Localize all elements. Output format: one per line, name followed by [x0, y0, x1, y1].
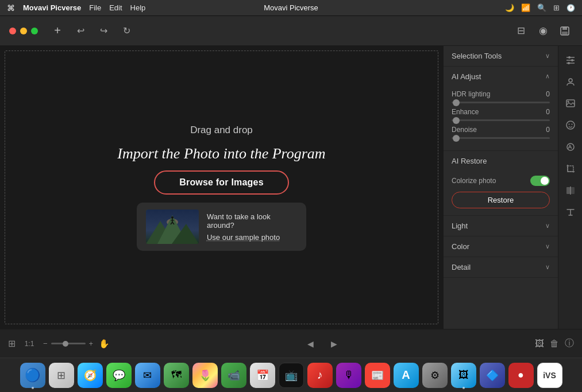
- svg-point-23: [566, 121, 575, 129]
- info-icon[interactable]: ⓘ: [565, 337, 574, 350]
- svg-point-19: [568, 62, 570, 64]
- maximize-button[interactable]: [31, 28, 38, 34]
- browse-button[interactable]: Browse for Images: [154, 170, 289, 195]
- enhance-slider-thumb[interactable]: [453, 117, 460, 124]
- color-header[interactable]: Color ∨: [444, 236, 558, 257]
- detail-section: Detail ∨: [444, 257, 558, 278]
- landscape-icon[interactable]: [561, 94, 580, 112]
- delete-icon[interactable]: 🗑: [550, 339, 559, 349]
- sample-card[interactable]: Want to take a look around? Use our samp…: [137, 203, 306, 251]
- watermark-icon[interactable]: [561, 138, 580, 156]
- dock-screenrecorder[interactable]: ●: [508, 363, 534, 388]
- add-button[interactable]: +: [49, 23, 65, 39]
- redo-button[interactable]: ↪: [95, 23, 111, 39]
- next-button[interactable]: ▶: [326, 337, 342, 351]
- selection-tools-section: Selection Tools ∨: [444, 46, 558, 67]
- canvas-content: Drag and drop Import the Photo into the …: [117, 124, 325, 251]
- title-bar: + ↩ ↪ ↻ ⊟ ◉: [0, 16, 582, 46]
- svg-point-25: [571, 124, 572, 125]
- dock-syspreferences[interactable]: ⚙: [422, 363, 448, 388]
- zoom-slider[interactable]: [51, 343, 86, 344]
- time-icon: 🕐: [566, 4, 575, 12]
- sample-card-line2[interactable]: Use our sample photo: [207, 233, 297, 242]
- refresh-button[interactable]: ↻: [118, 23, 134, 39]
- dock-safari[interactable]: 🧭: [78, 363, 103, 388]
- denoise-label: Denoise: [452, 126, 538, 134]
- minimize-button[interactable]: [20, 28, 27, 34]
- dock-preview[interactable]: 🖼: [451, 363, 476, 388]
- dock-news[interactable]: 📰: [365, 363, 390, 388]
- traffic-lights: [9, 28, 38, 34]
- menu-edit[interactable]: Edit: [109, 3, 122, 12]
- ai-restore-label: AI Restore: [452, 157, 487, 165]
- portrait-icon[interactable]: [561, 72, 580, 91]
- svg-rect-28: [566, 187, 570, 194]
- color-label: Color: [452, 242, 469, 251]
- emoji-icon[interactable]: [561, 116, 580, 134]
- dock-music[interactable]: ♪: [307, 363, 333, 388]
- svg-rect-29: [571, 187, 575, 194]
- bottom-center: ◀ ▶: [303, 337, 342, 351]
- light-chevron: ∨: [545, 222, 550, 230]
- fullscreen-icon[interactable]: ⊞: [8, 338, 16, 349]
- apple-icon[interactable]: ⌘: [7, 3, 15, 13]
- svg-rect-1: [562, 27, 567, 30]
- svg-point-15: [568, 56, 571, 59]
- zoom-in-button[interactable]: +: [89, 339, 94, 348]
- compare-icon[interactable]: [561, 181, 580, 200]
- colorize-label: Colorize photo: [452, 177, 496, 185]
- denoise-slider[interactable]: [452, 137, 550, 139]
- colorize-toggle[interactable]: [530, 176, 550, 186]
- app-name[interactable]: Movavi Picverse: [23, 3, 81, 12]
- split-view-button[interactable]: ⊟: [513, 23, 529, 39]
- crop-icon[interactable]: [561, 160, 580, 178]
- dock-photos[interactable]: 🌷: [192, 363, 218, 388]
- dock-facetime[interactable]: 📹: [221, 363, 246, 388]
- dock-podcasts[interactable]: 🎙: [336, 363, 361, 388]
- ai-adjust-body: HDR lighting 0 Enhance 0 Denoise 0: [444, 87, 558, 150]
- close-button[interactable]: [9, 28, 16, 34]
- denoise-slider-thumb[interactable]: [453, 135, 460, 142]
- enhance-slider[interactable]: [452, 119, 550, 121]
- dock-finder[interactable]: 🔵: [20, 363, 45, 388]
- control-icon[interactable]: ⊞: [553, 3, 560, 12]
- detail-header[interactable]: Detail ∨: [444, 257, 558, 277]
- enhance-row: Enhance 0: [452, 108, 550, 116]
- sample-thumbnail: [146, 209, 199, 244]
- color-section: Color ∨: [444, 236, 558, 257]
- ai-adjust-label: AI Adjust: [452, 72, 481, 81]
- dock-appletv[interactable]: 📺: [279, 363, 304, 388]
- hand-tool-icon[interactable]: ✋: [99, 339, 110, 349]
- zoom-slider-thumb[interactable]: [63, 341, 68, 347]
- hdr-slider[interactable]: [452, 102, 550, 103]
- save-button[interactable]: [557, 23, 573, 39]
- ai-restore-header[interactable]: AI Restore: [444, 151, 558, 171]
- dock-mail[interactable]: ✉: [135, 363, 160, 388]
- zoom-control: − +: [43, 339, 93, 348]
- detail-label: Detail: [452, 263, 471, 271]
- dock-ivoicesoft[interactable]: iVS: [537, 363, 562, 388]
- adjustments-icon[interactable]: [561, 51, 580, 69]
- restore-button[interactable]: Restore: [452, 192, 550, 208]
- undo-button[interactable]: ↩: [72, 23, 88, 39]
- search-icon[interactable]: 🔍: [537, 3, 546, 12]
- light-header[interactable]: Light ∨: [444, 216, 558, 236]
- dock-contacts[interactable]: 📅: [250, 363, 275, 388]
- menu-help[interactable]: Help: [130, 3, 146, 12]
- selection-tools-header[interactable]: Selection Tools ∨: [444, 46, 558, 66]
- menu-file[interactable]: File: [89, 3, 101, 12]
- dock-appstore[interactable]: A: [394, 363, 419, 388]
- dock-3dstudio[interactable]: 🔷: [480, 363, 505, 388]
- view-button[interactable]: ◉: [535, 23, 551, 39]
- dock-maps[interactable]: 🗺: [164, 363, 189, 388]
- selection-tools-label: Selection Tools: [452, 52, 502, 60]
- image-icon[interactable]: 🖼: [535, 339, 544, 349]
- prev-button[interactable]: ◀: [303, 337, 318, 351]
- hdr-slider-thumb[interactable]: [453, 99, 460, 106]
- svg-point-24: [568, 124, 569, 125]
- ai-adjust-header[interactable]: AI Adjust ∨: [444, 67, 558, 87]
- dock-launchpad[interactable]: ⊞: [49, 363, 74, 388]
- zoom-out-button[interactable]: −: [43, 339, 48, 348]
- text-icon[interactable]: [561, 203, 580, 222]
- dock-messages[interactable]: 💬: [106, 363, 132, 388]
